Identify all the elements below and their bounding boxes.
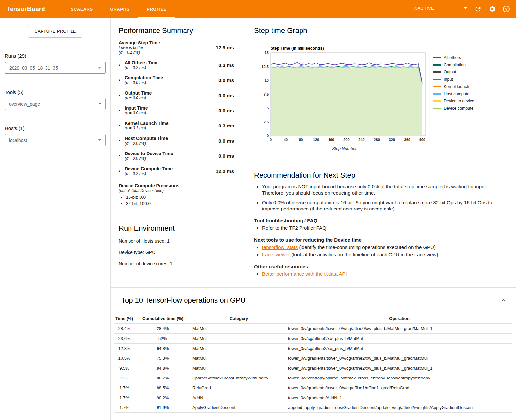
perf-metric: •Device Compute Time(σ = 0.2 ms)12.2 ms (119, 166, 237, 176)
legend-item: Host compute (433, 92, 474, 96)
device-compute-precisions: Device Compute Precisions (out of Total … (119, 183, 237, 206)
legend-item: All others (433, 55, 474, 60)
perf-metric-value: 0.3 ms (207, 62, 237, 68)
resource-link[interactable]: Better performance with the tf.data API (262, 271, 347, 277)
bullet-dot: • (119, 138, 125, 143)
svg-text:200: 200 (343, 138, 349, 142)
table-row: 9.5%84.8%MatMultower_0/v/gradients/tower… (114, 363, 512, 373)
perf-metric-value: 0.0 ms (207, 77, 237, 83)
average-step-time-value: 12.9 ms (207, 45, 237, 50)
reload-status-value: INACTIVE (413, 6, 434, 11)
gear-icon[interactable] (488, 5, 497, 13)
chevron-up-icon[interactable] (500, 297, 507, 306)
reload-status-select[interactable]: INACTIVE (412, 5, 468, 13)
svg-text:240: 240 (358, 138, 364, 142)
next-tool-link[interactable]: tensorflow_stats (262, 244, 298, 250)
svg-text:360: 360 (404, 138, 410, 142)
resources-header: Other useful resources (254, 264, 507, 269)
bullet-dot: • (119, 169, 125, 174)
legend-swatch-icon (433, 100, 441, 102)
host-select[interactable]: localhost (5, 134, 106, 146)
resources-list: Better performance with the tf.data API (254, 271, 507, 277)
table-row: 1.7%91.9%ApplyGradientDescentappend_appl… (114, 403, 512, 413)
next-tool-item: tensorflow_stats (identify the time-cons… (262, 244, 507, 251)
svg-text:320: 320 (389, 138, 395, 142)
tab-graphs[interactable]: GRAPHS (101, 0, 138, 18)
next-tool-link[interactable]: trace_viewer (262, 252, 290, 257)
step-time-panel: Step-time Graph Step Time (in millisecon… (245, 18, 516, 287)
runs-label: Runs (29) (5, 53, 106, 59)
perf-metric: •All Others Time(σ = 0.2 ms)0.3 ms (119, 60, 237, 70)
chevron-down-icon (98, 67, 101, 69)
performance-summary-title: Performance Summary (119, 26, 237, 35)
run-select[interactable]: 2020_03_05_18_31_35 (5, 62, 106, 74)
tab-profile[interactable]: PROFILE (138, 0, 175, 18)
help-icon[interactable]: ? (502, 5, 511, 13)
perf-metric: •Compilation Time(σ = 0.0 ms)0.0 ms (119, 75, 237, 85)
recommendation-bullet: Your program is NOT input-bound because … (262, 183, 507, 196)
chart-legend: All othersCompilationOutputInputKernel l… (433, 55, 474, 151)
main-content: Performance Summary Average Step Time lo… (110, 18, 516, 420)
chart-title: Step Time (in milliseconds) (271, 46, 429, 51)
svg-text:120: 120 (313, 138, 319, 142)
legend-swatch-icon (433, 108, 441, 109)
next-tools-list: tensorflow_stats (identify the time-cons… (254, 244, 507, 258)
svg-text:10: 10 (265, 78, 269, 82)
hosts-label: Hosts (1) (5, 126, 106, 131)
perf-metric-value: 0.0 ms (207, 138, 237, 144)
top-ops-table: Time (%)Cumulative time (%)CategoryOpera… (114, 313, 512, 413)
svg-text:12.5: 12.5 (262, 65, 269, 69)
table-row: 1.7%88.5%ReluGradtower_0/v/gradients/tow… (114, 383, 512, 393)
sidebar: CAPTURE PROFILE Runs (29) 2020_03_05_18_… (0, 18, 110, 420)
legend-swatch-icon (433, 57, 441, 58)
recommendation-bullets: Your program is NOT input-bound because … (254, 183, 507, 212)
table-column-header: Operation (287, 313, 512, 324)
next-tool-item: trace_viewer (look at the activities on … (262, 251, 507, 258)
table-row: 28.4%28.4%MatMultower_0/v/gradients/towe… (114, 324, 512, 334)
recommendation-title: Recommendation for Next Step (254, 171, 507, 180)
divider (245, 162, 516, 162)
top-ops-title: Top 10 TensorFlow operations on GPU (121, 296, 245, 305)
svg-text:15: 15 (265, 51, 269, 55)
perf-metric: •Input Time(σ = 0.0 ms)0.0 ms (119, 105, 237, 115)
env-line: Number of Hosts used: 1 (119, 238, 237, 244)
perf-metric: •Device to Device Time(σ = 0.0 ms)0.0 ms (119, 151, 237, 161)
tool-select-value: overview_page (9, 101, 40, 107)
chevron-down-icon (98, 103, 101, 105)
bullet-dot: • (119, 93, 125, 98)
legend-item: Device compute (433, 106, 474, 111)
bullet-dot: • (119, 78, 125, 83)
perf-metric: •Kernel Launch Time(σ = 0.1 ms)0.3 ms (119, 121, 237, 130)
svg-text:0: 0 (267, 134, 269, 138)
legend-item: Device to device (433, 99, 474, 103)
bullet-dot: • (119, 63, 125, 68)
perf-metric-value: 0.0 ms (207, 93, 237, 98)
chevron-down-icon (464, 7, 467, 9)
precision-item: 32-bit: 100.0 (126, 201, 237, 206)
table-row: 1.7%90.2%AddNtower_0/v/gradients/AddN_1 (114, 393, 512, 403)
performance-metrics-list: •All Others Time(σ = 0.2 ms)0.3 ms•Compi… (119, 60, 237, 176)
legend-item: Kernel launch (433, 84, 474, 89)
run-environment-title: Run Environment (119, 224, 237, 233)
tool-select[interactable]: overview_page (5, 98, 106, 110)
bullet-dot: • (119, 108, 125, 113)
precision-item: 16-bit: 0.0 (126, 195, 237, 200)
refresh-icon[interactable] (474, 5, 482, 13)
capture-profile-button[interactable]: CAPTURE PROFILE (28, 25, 83, 38)
bullet-dot: • (119, 123, 125, 128)
svg-text:80: 80 (299, 138, 303, 142)
legend-item: Input (433, 77, 474, 82)
svg-text:0: 0 (270, 138, 272, 142)
table-row: 12.8%64.8%MatMultower_0/v/cg/affine2/xw_… (114, 344, 512, 353)
next-tools-header: Next tools to use for reducing the Devic… (254, 237, 507, 243)
svg-text:5: 5 (267, 106, 269, 110)
faq-list: Refer to the TF2 Profiler FAQ (254, 225, 507, 231)
legend-swatch-icon (433, 71, 441, 73)
legend-swatch-icon (433, 93, 441, 95)
tab-scalars[interactable]: SCALARS (62, 0, 101, 18)
top-ops-panel: Top 10 TensorFlow operations on GPU Time… (111, 287, 516, 420)
env-line: Device type: GPU (119, 250, 237, 255)
average-step-time-metric: Average Step Time lower is better (σ = 0… (119, 40, 237, 55)
table-row: 10.5%75.3%MatMultower_0/v/gradients/towe… (114, 353, 512, 363)
faq-item: Refer to the TF2 Profiler FAQ (262, 225, 507, 231)
